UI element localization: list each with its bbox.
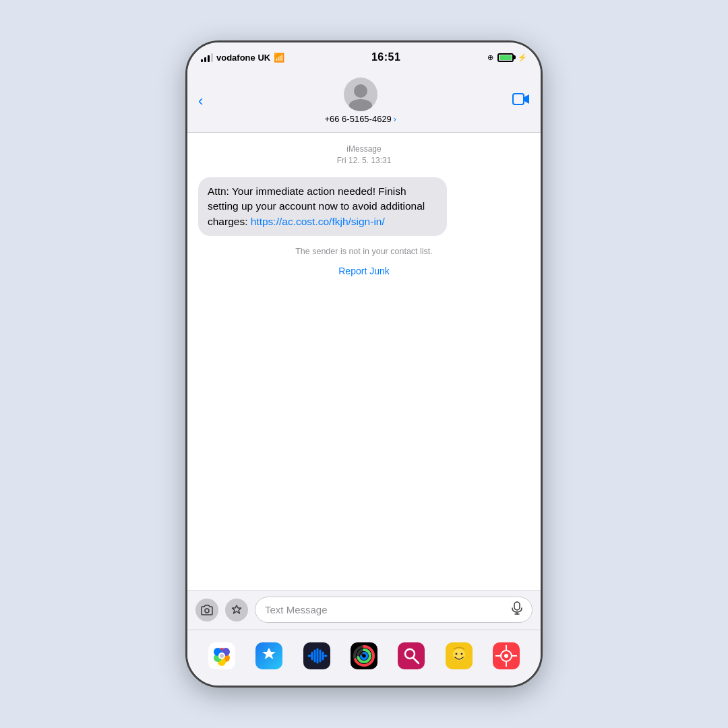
phone-number: +66 6-5165-4629	[324, 114, 391, 124]
phone-frame: vodafone UK 📶 16:51 ⊕ ⚡ ‹ +66 6-5165-462…	[185, 40, 543, 688]
status-right: ⊕ ⚡	[487, 53, 527, 62]
avatar-body	[349, 99, 372, 111]
charging-icon: ⚡	[518, 53, 527, 62]
message-area: iMessage Fri 12. 5. 13:31 Attn: Your imm…	[187, 133, 541, 590]
video-call-button[interactable]	[512, 92, 530, 110]
input-bar: Text Message	[187, 590, 541, 630]
svg-point-35	[455, 653, 457, 655]
back-button[interactable]: ‹	[198, 90, 208, 113]
dock-shazam[interactable]	[298, 637, 336, 675]
text-input-placeholder[interactable]: Text Message	[265, 604, 506, 615]
sender-warning: The sender is not in your contact list.	[198, 247, 530, 256]
message-bubble-container: Attn: Your immediate action needed! Fini…	[198, 177, 530, 236]
dock-memoji[interactable]	[440, 637, 478, 675]
svg-point-13	[220, 654, 224, 658]
location-icon: ⊕	[487, 53, 493, 62]
svg-point-1	[205, 609, 209, 613]
avatar-head	[354, 84, 367, 98]
dock-photos[interactable]	[203, 637, 241, 675]
imessage-time-label: iMessage Fri 12. 5. 13:31	[198, 144, 530, 166]
dock-activity[interactable]	[345, 637, 383, 675]
chevron-icon: ›	[394, 115, 396, 124]
imessage-label: iMessage	[346, 144, 381, 154]
svg-point-39	[504, 654, 508, 658]
dock-search[interactable]	[392, 637, 430, 675]
wifi-icon: 📶	[274, 53, 284, 63]
text-input-wrap[interactable]: Text Message	[255, 597, 533, 623]
avatar-person	[344, 78, 377, 111]
battery-icon	[497, 53, 514, 62]
dock-music[interactable]	[487, 637, 525, 675]
battery-fill	[499, 55, 512, 60]
message-bubble: Attn: Your immediate action needed! Fini…	[198, 177, 447, 236]
report-junk-button[interactable]: Report Junk	[198, 266, 530, 276]
signal-bars-icon	[201, 53, 213, 62]
nav-header: ‹ +66 6-5165-4629 ›	[187, 72, 541, 133]
app-store-button[interactable]	[225, 599, 248, 621]
message-date: Fri 12. 5. 13:31	[337, 156, 392, 165]
contact-avatar[interactable]	[344, 78, 377, 111]
svg-point-36	[460, 653, 462, 655]
carrier-name: vodafone UK	[216, 53, 270, 63]
message-link[interactable]: https://ac.cost.co/fkjh/sign-in/	[251, 216, 385, 227]
status-time: 16:51	[371, 51, 400, 63]
contact-number-row[interactable]: +66 6-5165-4629 ›	[324, 114, 396, 124]
svg-rect-30	[398, 642, 425, 669]
camera-button[interactable]	[195, 599, 218, 621]
dock	[187, 630, 541, 686]
mic-icon[interactable]	[512, 601, 522, 618]
status-left: vodafone UK 📶	[201, 53, 284, 63]
svg-rect-0	[513, 94, 524, 104]
status-bar: vodafone UK 📶 16:51 ⊕ ⚡	[187, 42, 541, 72]
nav-center: +66 6-5165-4629 ›	[208, 78, 512, 124]
svg-rect-2	[514, 602, 520, 610]
dock-appstore[interactable]	[250, 637, 288, 675]
